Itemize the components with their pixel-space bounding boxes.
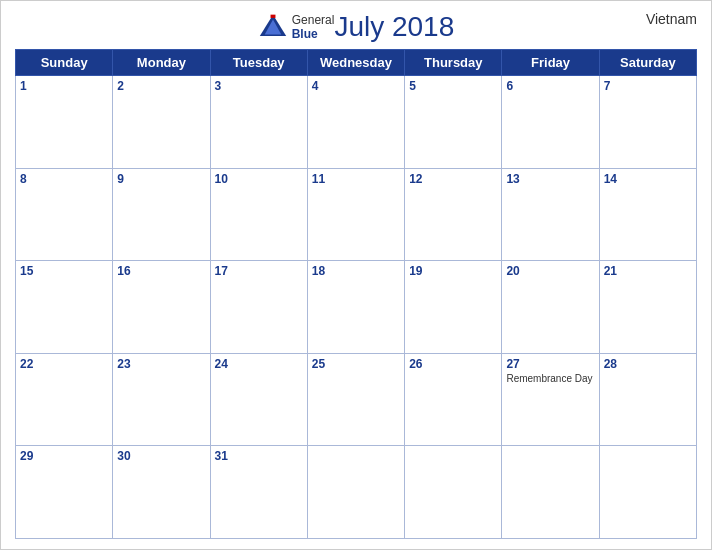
week-row-1: 1234567 bbox=[16, 76, 697, 169]
week-row-5: 293031 bbox=[16, 446, 697, 539]
calendar-table: Sunday Monday Tuesday Wednesday Thursday… bbox=[15, 49, 697, 539]
calendar-title: July 2018 bbox=[334, 11, 454, 43]
calendar-cell: 15 bbox=[16, 261, 113, 354]
calendar-cell: 27Remembrance Day bbox=[502, 353, 599, 446]
day-number: 24 bbox=[215, 357, 303, 371]
day-number: 1 bbox=[20, 79, 108, 93]
calendar-cell: 17 bbox=[210, 261, 307, 354]
logo-text: General Blue bbox=[292, 13, 335, 42]
event-label: Remembrance Day bbox=[506, 373, 594, 384]
calendar-cell bbox=[599, 446, 696, 539]
day-number: 12 bbox=[409, 172, 497, 186]
header-thursday: Thursday bbox=[405, 50, 502, 76]
calendar-cell: 19 bbox=[405, 261, 502, 354]
day-number: 7 bbox=[604, 79, 692, 93]
header-friday: Friday bbox=[502, 50, 599, 76]
calendar-header: General Blue July 2018 Vietnam bbox=[15, 11, 697, 43]
day-number: 30 bbox=[117, 449, 205, 463]
calendar-cell: 5 bbox=[405, 76, 502, 169]
day-number: 13 bbox=[506, 172, 594, 186]
calendar-cell bbox=[502, 446, 599, 539]
calendar-cell: 13 bbox=[502, 168, 599, 261]
day-number: 17 bbox=[215, 264, 303, 278]
calendar-cell: 16 bbox=[113, 261, 210, 354]
calendar-cell: 26 bbox=[405, 353, 502, 446]
day-number: 29 bbox=[20, 449, 108, 463]
day-number: 25 bbox=[312, 357, 400, 371]
calendar-cell: 12 bbox=[405, 168, 502, 261]
calendar-cell: 11 bbox=[307, 168, 404, 261]
day-number: 18 bbox=[312, 264, 400, 278]
day-number: 16 bbox=[117, 264, 205, 278]
day-number: 27 bbox=[506, 357, 594, 371]
calendar-cell: 1 bbox=[16, 76, 113, 169]
calendar-cell: 3 bbox=[210, 76, 307, 169]
calendar-cell: 8 bbox=[16, 168, 113, 261]
logo: General Blue bbox=[258, 13, 335, 42]
svg-rect-2 bbox=[270, 15, 275, 18]
header-tuesday: Tuesday bbox=[210, 50, 307, 76]
day-number: 3 bbox=[215, 79, 303, 93]
day-number: 20 bbox=[506, 264, 594, 278]
calendar-container: General Blue July 2018 Vietnam Sunday Mo… bbox=[0, 0, 712, 550]
day-number: 31 bbox=[215, 449, 303, 463]
calendar-cell: 31 bbox=[210, 446, 307, 539]
week-row-3: 15161718192021 bbox=[16, 261, 697, 354]
calendar-cell: 20 bbox=[502, 261, 599, 354]
calendar-cell: 14 bbox=[599, 168, 696, 261]
calendar-cell: 22 bbox=[16, 353, 113, 446]
day-number: 14 bbox=[604, 172, 692, 186]
calendar-cell: 23 bbox=[113, 353, 210, 446]
day-number: 21 bbox=[604, 264, 692, 278]
calendar-body: 1234567891011121314151617181920212223242… bbox=[16, 76, 697, 539]
calendar-cell: 18 bbox=[307, 261, 404, 354]
calendar-cell: 28 bbox=[599, 353, 696, 446]
day-number: 22 bbox=[20, 357, 108, 371]
header-monday: Monday bbox=[113, 50, 210, 76]
calendar-cell: 7 bbox=[599, 76, 696, 169]
day-number: 10 bbox=[215, 172, 303, 186]
header-sunday: Sunday bbox=[16, 50, 113, 76]
day-number: 19 bbox=[409, 264, 497, 278]
day-number: 9 bbox=[117, 172, 205, 186]
calendar-cell: 21 bbox=[599, 261, 696, 354]
day-number: 15 bbox=[20, 264, 108, 278]
calendar-cell: 24 bbox=[210, 353, 307, 446]
day-number: 2 bbox=[117, 79, 205, 93]
calendar-cell: 29 bbox=[16, 446, 113, 539]
calendar-cell: 2 bbox=[113, 76, 210, 169]
day-number: 28 bbox=[604, 357, 692, 371]
calendar-cell: 6 bbox=[502, 76, 599, 169]
day-number: 8 bbox=[20, 172, 108, 186]
calendar-cell: 25 bbox=[307, 353, 404, 446]
day-number: 11 bbox=[312, 172, 400, 186]
day-number: 26 bbox=[409, 357, 497, 371]
logo-general: General bbox=[292, 13, 335, 27]
logo-blue: Blue bbox=[292, 27, 335, 41]
calendar-cell: 30 bbox=[113, 446, 210, 539]
day-number: 23 bbox=[117, 357, 205, 371]
day-number: 6 bbox=[506, 79, 594, 93]
country-label: Vietnam bbox=[646, 11, 697, 27]
header-saturday: Saturday bbox=[599, 50, 696, 76]
calendar-cell: 4 bbox=[307, 76, 404, 169]
weekday-header-row: Sunday Monday Tuesday Wednesday Thursday… bbox=[16, 50, 697, 76]
header-wednesday: Wednesday bbox=[307, 50, 404, 76]
calendar-cell: 10 bbox=[210, 168, 307, 261]
generalblue-logo-icon bbox=[258, 13, 288, 41]
calendar-cell bbox=[405, 446, 502, 539]
calendar-cell bbox=[307, 446, 404, 539]
week-row-2: 891011121314 bbox=[16, 168, 697, 261]
week-row-4: 222324252627Remembrance Day28 bbox=[16, 353, 697, 446]
day-number: 5 bbox=[409, 79, 497, 93]
calendar-cell: 9 bbox=[113, 168, 210, 261]
day-number: 4 bbox=[312, 79, 400, 93]
